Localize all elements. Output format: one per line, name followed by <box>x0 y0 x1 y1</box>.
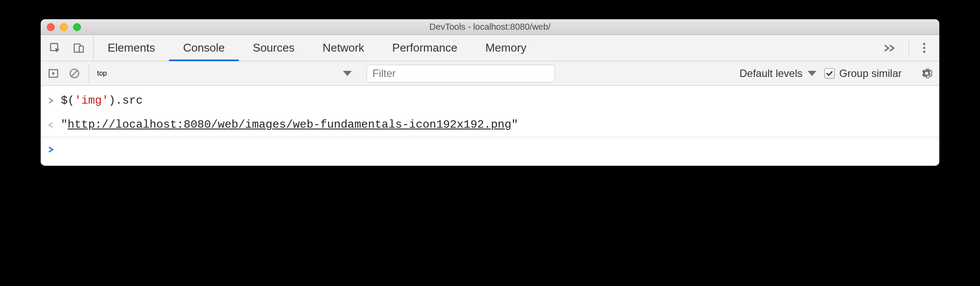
tab-sources[interactable]: Sources <box>239 35 308 61</box>
tabs-overflow-button[interactable] <box>875 44 905 52</box>
tab-label: Sources <box>253 41 294 55</box>
tab-elements[interactable]: Elements <box>94 35 169 61</box>
tab-label: Elements <box>108 41 155 55</box>
input-chevron-icon <box>48 89 61 111</box>
output-chevron-icon <box>48 113 61 135</box>
chevron-down-icon <box>343 71 352 76</box>
log-levels-selector[interactable]: Default levels <box>739 67 816 80</box>
tab-label: Memory <box>485 41 526 55</box>
close-window-button[interactable] <box>47 23 55 31</box>
kebab-menu-icon[interactable] <box>913 43 936 53</box>
tab-console[interactable]: Console <box>169 35 238 61</box>
divider <box>89 65 89 82</box>
console-input-line: $('img').src <box>41 88 939 112</box>
tabs-list: Elements Console Sources Network Perform… <box>94 35 540 61</box>
group-similar-label: Group similar <box>839 67 902 80</box>
divider <box>909 39 909 57</box>
maximize-window-button[interactable] <box>73 23 81 31</box>
window-title: DevTools - localhost:8080/web/ <box>41 22 939 32</box>
tab-memory[interactable]: Memory <box>471 35 540 61</box>
console-output-value: "http://localhost:8080/web/images/web-fu… <box>61 114 518 136</box>
console-output-line: "http://localhost:8080/web/images/web-fu… <box>41 112 939 136</box>
svg-line-5 <box>72 70 77 76</box>
group-similar-toggle[interactable]: Group similar <box>824 67 902 80</box>
toggle-sidebar-icon[interactable] <box>47 67 60 80</box>
devtools-window: DevTools - localhost:8080/web/ Elements … <box>41 19 939 166</box>
tab-label: Performance <box>392 41 458 55</box>
context-selector[interactable]: top <box>97 70 359 77</box>
console-input-code: $('img').src <box>61 90 143 112</box>
settings-gear-icon[interactable] <box>920 67 933 80</box>
levels-label: Default levels <box>739 67 802 80</box>
minimize-window-button[interactable] <box>60 23 68 31</box>
tab-performance[interactable]: Performance <box>378 35 472 61</box>
clear-console-icon[interactable] <box>68 67 81 80</box>
titlebar: DevTools - localhost:8080/web/ <box>41 19 939 35</box>
checkbox-icon <box>824 68 835 79</box>
device-toolbar-icon[interactable] <box>72 42 85 55</box>
console-toolbar: top Default levels Group similar <box>41 61 939 86</box>
svg-rect-2 <box>79 46 83 52</box>
tab-network[interactable]: Network <box>308 35 378 61</box>
inspect-element-icon[interactable] <box>49 42 62 55</box>
prompt-chevron-icon <box>48 138 61 160</box>
tab-label: Network <box>322 41 364 55</box>
filter-input[interactable] <box>367 65 555 82</box>
tabs-left-icons <box>41 35 94 61</box>
console-output: $('img').src "http://localhost:8080/web/… <box>41 86 939 166</box>
traffic-lights <box>41 23 81 31</box>
context-selector-label: top <box>97 70 107 77</box>
console-prompt-input[interactable] <box>61 139 68 160</box>
tabs-row: Elements Console Sources Network Perform… <box>41 35 939 61</box>
chevron-down-icon <box>808 71 816 76</box>
svg-point-7 <box>925 71 928 74</box>
tabs-right <box>871 35 939 61</box>
tab-label: Console <box>183 41 224 55</box>
console-prompt-line[interactable] <box>41 137 939 161</box>
